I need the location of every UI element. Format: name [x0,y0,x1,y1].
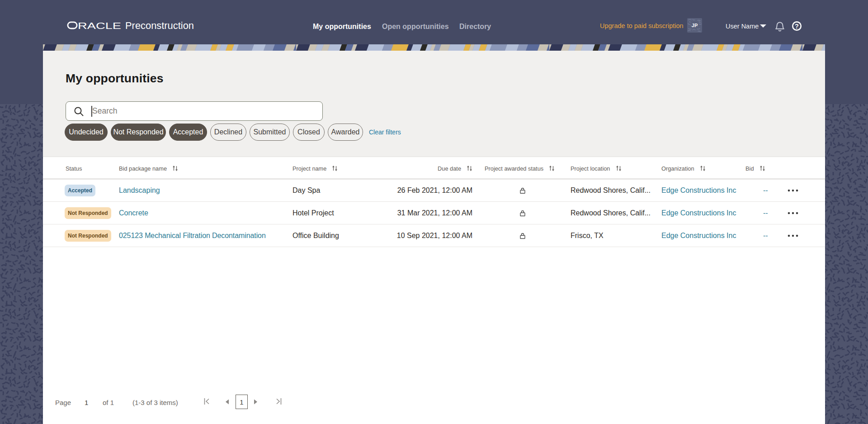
svg-text:RACLE: RACLE [78,20,121,31]
svg-text:?: ? [795,23,799,30]
svg-text:Preconstruction: Preconstruction [125,20,194,31]
